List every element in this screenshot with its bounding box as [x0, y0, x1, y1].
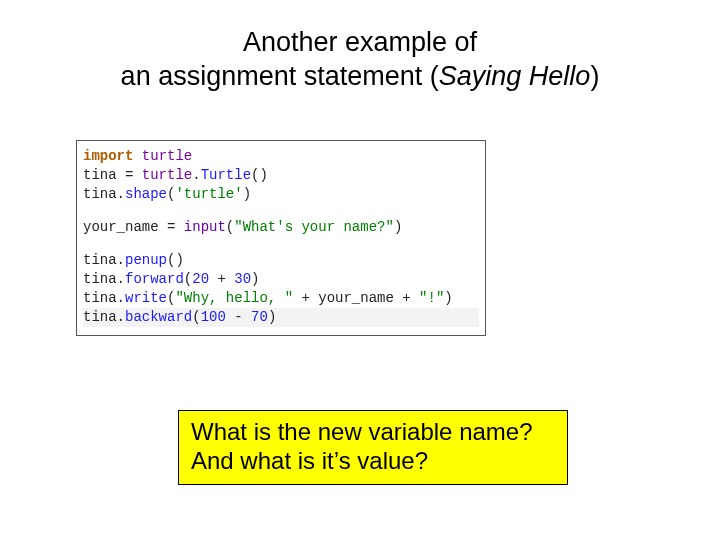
callout-line-1: What is the new variable name? — [191, 417, 555, 446]
title-line-1: Another example of — [243, 27, 477, 57]
code-line-2: tina = turtle.Turtle() — [83, 166, 479, 185]
code-line-7: tina.write("Why, hello, " + your_name + … — [83, 289, 479, 308]
code-line-8: tina.backward(100 - 70) — [83, 308, 479, 327]
question-callout: What is the new variable name? And what … — [178, 410, 568, 485]
code-line-4: your_name = input("What's your name?") — [83, 218, 479, 237]
title-line-2a: an assignment statement ( — [121, 61, 439, 91]
title-line-2-italic: Saying Hello — [439, 61, 591, 91]
code-line-1: import turtle — [83, 147, 479, 166]
code-line-3: tina.shape('turtle') — [83, 185, 479, 204]
code-blank-2 — [83, 237, 479, 251]
code-line-5: tina.penup() — [83, 251, 479, 270]
code-line-6: tina.forward(20 + 30) — [83, 270, 479, 289]
code-block: import turtle tina = turtle.Turtle() tin… — [76, 140, 486, 336]
callout-line-2: And what is it’s value? — [191, 446, 555, 475]
slide-title: Another example of an assignment stateme… — [0, 0, 720, 94]
code-blank-1 — [83, 204, 479, 218]
title-line-2-close: ) — [590, 61, 599, 91]
